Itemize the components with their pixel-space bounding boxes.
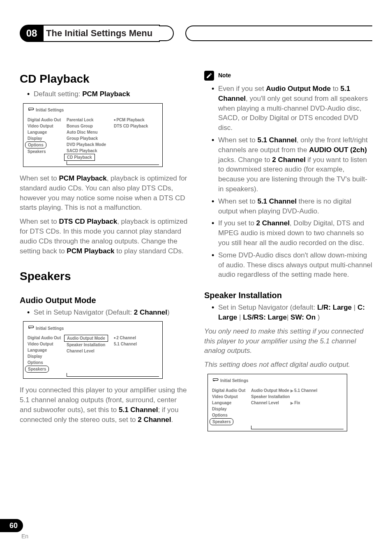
text-bold: SW: On [291, 313, 316, 321]
osd1-col3-item: DTS CD Playback [113, 123, 159, 129]
pencil-icon [204, 71, 214, 81]
osd1-col2: Parental Lock Bonus Group Auto Disc Menu… [66, 117, 113, 161]
osd1-col1-selected: Options [25, 141, 46, 148]
osd1-col3-item: ■ PCM Playback [113, 117, 159, 123]
osd2-col1-selected: Speakers [25, 366, 49, 373]
text-bold: PCM Playback [59, 174, 106, 182]
osd1-col2-item: Auto Disc Menu [66, 129, 113, 135]
text-bold: AUDIO OUT (2ch) [309, 146, 367, 154]
page-language: En [21, 533, 28, 540]
text: jacks. Change to [218, 156, 272, 164]
osd3-col1-item: Display [211, 406, 250, 412]
text: . [171, 416, 173, 424]
chapter-number-badge: 08 [20, 25, 44, 42]
osd1-col3-label: PCM Playback [116, 118, 144, 122]
osd3-row-label: Channel Level [251, 401, 279, 405]
page-number-badge: 60 [0, 519, 23, 532]
text-bold: LS/RS: Large [243, 313, 287, 321]
osd1-col1: Digital Audio Out Video Output Language … [27, 117, 66, 161]
text-bold: 2 Channel [256, 219, 290, 227]
osd2-col2: Audio Output Mode Speaker Installation C… [66, 335, 113, 373]
osd3-row-aom: Audio Output Mode ▶ 5.1 Channel [250, 387, 344, 394]
text: When set to [20, 218, 59, 225]
text: ) [167, 308, 170, 316]
text-bold: 2 Channel [134, 308, 167, 316]
osd2-col3-label: 2 Channel [116, 336, 136, 340]
osd1-col2-item: Bonus Group [66, 123, 113, 129]
note-item-5: Some DVD-Audio discs don't allow down-mi… [212, 250, 372, 280]
text-bold: L/R: Large [317, 303, 352, 311]
chevron-right-icon: ▶ [291, 389, 295, 393]
osd2-col2-selected: Audio Output Mode [64, 335, 108, 342]
header-arc-end [159, 25, 174, 41]
text: to [331, 85, 341, 93]
loop-icon [28, 325, 34, 331]
text: Set in Setup Navigator (Default: [34, 308, 134, 316]
text-bold: Audio Output Mode [266, 85, 331, 93]
note-item-1: Even if you set Audio Output Mode to 5.1… [212, 84, 372, 133]
osd-title: Initial Settings [36, 107, 64, 113]
text: ) [316, 313, 320, 321]
osd1-col2-item: DVD Playback Mode [66, 141, 113, 148]
osd1-col2-item: SACD Playback [66, 148, 113, 154]
text: to play standard CDs. [115, 247, 184, 255]
text: | [352, 303, 357, 311]
osd2-col1-item: Options [27, 359, 66, 366]
text-bold: 2 Channel [138, 416, 171, 424]
osd2-col1-item: Display [27, 353, 66, 359]
osd3-col2: Audio Output Mode ▶ 5.1 Channel Speaker … [250, 387, 344, 425]
osd-title: Initial Settings [220, 378, 248, 384]
loop-icon [28, 107, 34, 114]
text: Even if you set [218, 85, 266, 93]
text: | [237, 313, 243, 321]
osd1-col1-item: Speakers [27, 148, 66, 155]
text: When set to [218, 136, 257, 144]
text-bold: 2 Channel [272, 156, 305, 164]
text: When set to [218, 197, 257, 205]
osd-menu-cd-playback: Initial Settings Digital Audio Out Video… [23, 103, 163, 167]
osd2-col1-item: Language [27, 347, 66, 353]
cd-default-value: PCM Playback [82, 90, 130, 98]
osd2-col2-item: Channel Level [66, 348, 113, 354]
osd3-row-value: 5.1 Channel [294, 388, 317, 393]
page-footer: 60 En [20, 519, 28, 540]
loop-icon [213, 378, 219, 384]
text: When set to [20, 174, 59, 182]
osd2-col1-item: Video Output [27, 341, 66, 347]
osd3-row-chlevel: Channel Level ▶ Fix [250, 400, 344, 406]
text-bold: DTS CD Playback [59, 218, 117, 225]
spkinst-paragraph-2: This setting does not affect digital aud… [204, 360, 372, 370]
note-item-2: When set to 5.1 Channel, only the front … [212, 135, 372, 194]
text-bold: 5.1 Channel [119, 406, 158, 414]
note-heading: Note [204, 71, 372, 81]
osd1-col1-item: Digital Audio Out [27, 117, 66, 123]
osd3-row-spkinst: Speaker Installation [250, 394, 344, 400]
aomode-default-bullet: Set in Setup Navigator (Default: 2 Chann… [27, 308, 188, 317]
text: | [287, 313, 291, 321]
osd1-col2-item: Group Playback [66, 135, 113, 141]
osd2-col3-item: 5.1 Channel [113, 341, 159, 347]
osd2-col2-item: Speaker Installation [66, 342, 113, 348]
text: If you set to [218, 219, 256, 227]
note-item-3: When set to 5.1 Channel there is no digi… [212, 197, 372, 216]
osd1-col3: ■ PCM Playback DTS CD Playback [113, 117, 159, 161]
osd3-col1-item: Language [211, 400, 250, 406]
osd1-col1-item: Language [27, 129, 66, 135]
osd-menu-speaker-installation: Initial Settings Digital Audio Out Video… [208, 374, 347, 431]
osd3-col1-selected: Speakers [210, 418, 233, 425]
text-bold: 5.1 Channel [257, 136, 296, 144]
osd-bracket [251, 426, 344, 429]
cd-default-bullet: Default setting: PCM Playback [27, 89, 188, 99]
chapter-title: The Initial Settings Menu [42, 25, 160, 42]
heading-audio-output-mode: Audio Output Mode [20, 294, 188, 306]
chevron-right-icon: ▶ [291, 401, 295, 405]
text-bold: 5.1 Channel [257, 197, 296, 205]
text-bold: PCM Playback [67, 247, 114, 255]
note-label: Note [218, 72, 231, 80]
osd1-col2-selected: CD Playback [64, 154, 95, 161]
cd-paragraph-1: When set to PCM Playback, playback is op… [20, 174, 188, 213]
osd3-row-value: Fix [294, 401, 300, 405]
heading-speakers: Speakers [20, 268, 188, 284]
chapter-header: 08 The Initial Settings Menu [20, 25, 372, 42]
cd-default-prefix: Default setting: [34, 90, 82, 98]
